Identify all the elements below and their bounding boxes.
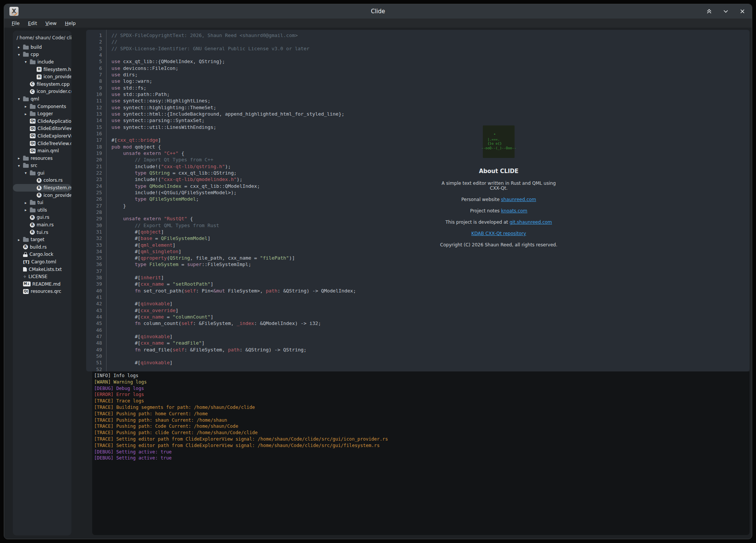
tree-item-tui[interactable]: ▸tui	[13, 199, 71, 206]
chevron-right-icon[interactable]: ▸	[17, 156, 21, 160]
tree-item-label: Cargo.toml	[31, 259, 56, 265]
tree-item-label: target	[31, 237, 45, 242]
chevron-right-icon[interactable]: ▸	[17, 238, 21, 242]
tree-item-gui[interactable]: ▾gui	[13, 169, 71, 177]
code-text: // SPDX-FileCopyrightText: 2026, Shaun R…	[106, 32, 298, 39]
file-tree[interactable]: ▸build▾cpp▾includeHfilesystem.hHicon_pro…	[13, 43, 71, 295]
chevron-down-icon[interactable]: ▾	[23, 171, 28, 175]
menu-help[interactable]: Help	[61, 20, 80, 27]
folder-icon	[30, 105, 36, 109]
chevron-down-icon[interactable]: ▾	[17, 53, 21, 57]
log-output-panel[interactable]: [INFO] Info logs[WARN] Warning logs[DEBU…	[92, 371, 750, 535]
line-number: 24	[86, 183, 106, 189]
tree-item-Cargo.lock[interactable]: Cargo.lock	[13, 251, 71, 258]
tree-item-build[interactable]: ▸build	[13, 43, 71, 51]
tree-item-ClideEditorView.qml[interactable]: QtClideEditorView.qml	[13, 125, 71, 133]
close-button[interactable]	[739, 8, 746, 15]
kdab-repo-link[interactable]: KDAB CXX-Qt repository	[472, 231, 526, 236]
chevron-right-icon[interactable]: ▸	[23, 104, 28, 108]
log-line-debug: [DEBUG] Setting active: true	[94, 449, 747, 455]
line-number: 19	[86, 150, 106, 156]
tree-item-include[interactable]: ▾include	[13, 58, 71, 66]
log-line-trace: [TRACE] Pushing path: shaun Current: /ho…	[94, 417, 747, 424]
tree-item-icon_provider.h[interactable]: Hicon_provider.h	[13, 73, 71, 80]
chevron-down-icon[interactable]: ▾	[17, 164, 21, 168]
tree-item-resources[interactable]: ▸resources	[13, 155, 71, 162]
tree-item-main.rs[interactable]: Rmain.rs	[13, 221, 71, 229]
line-number: 48	[86, 340, 106, 346]
code-text: // SPDX-License-Identifier: GNU General …	[106, 45, 309, 52]
code-text: // Import Qt Types from C++	[106, 156, 213, 163]
chevron-right-icon[interactable]: ▸	[23, 201, 28, 205]
tree-item-cpp[interactable]: ▾cpp	[13, 51, 71, 59]
chevron-right-icon[interactable]: ▸	[23, 208, 28, 212]
code-line-36: 36 type FileSystem = super::FileSystemIm…	[86, 261, 750, 268]
tree-item-Components[interactable]: ▸Components	[13, 103, 71, 110]
tree-item-ClideApplicationView.qml[interactable]: QtClideApplicationView.qml	[13, 118, 71, 125]
tree-item-filesystem.cpp[interactable]: Cfilesystem.cpp	[13, 80, 71, 88]
tree-item-filesystem.rs[interactable]: Rfilesystem.rs	[13, 184, 71, 192]
tree-item-label: icon_provider.h	[43, 74, 71, 79]
personal-website-link[interactable]: shaunreed.com	[501, 197, 536, 202]
line-number: 46	[86, 327, 106, 333]
tree-item-build.rs[interactable]: Rbuild.rs	[13, 243, 71, 251]
menu-view[interactable]: View	[42, 20, 60, 27]
tree-item-colors.rs[interactable]: Rcolors.rs	[13, 177, 71, 184]
chevron-right-icon[interactable]: ▸	[23, 112, 28, 116]
code-line-27: 27 }	[86, 203, 750, 209]
code-editor[interactable]: 1// SPDX-FileCopyrightText: 2026, Shaun …	[86, 30, 750, 371]
line-number: 34	[86, 248, 106, 255]
tree-item-label: ClideExplorerView.qml	[37, 133, 71, 139]
maximize-button[interactable]	[706, 8, 713, 15]
code-text: #[qinvokable]	[106, 333, 173, 340]
code-line-50: 50	[86, 353, 750, 359]
tree-item-filesystem.h[interactable]: Hfilesystem.h	[13, 66, 71, 73]
tree-item-LICENSE[interactable]: ✧LICENSE	[13, 273, 71, 280]
folder-icon	[30, 209, 36, 212]
rust-file-icon: R	[23, 244, 28, 249]
tree-item-ClideTreeView.qml[interactable]: QtClideTreeView.qml	[13, 140, 71, 147]
tree-item-resources.qrc[interactable]: Qtresources.qrc	[13, 288, 71, 295]
line-number: 22	[86, 170, 106, 176]
line-number: 32	[86, 235, 106, 241]
tree-item-utils[interactable]: ▸utils	[13, 206, 71, 214]
about-dev-row: This project is developed at git.shaunre…	[438, 220, 560, 225]
tree-item-icon_provider.rs[interactable]: Ricon_provider.rs	[13, 192, 71, 199]
tree-item-gui.rs[interactable]: Rgui.rs	[13, 214, 71, 221]
double-chevron-up-icon	[706, 8, 713, 15]
git-repo-link[interactable]: git.shaunreed.com	[510, 220, 552, 225]
cpp-file-icon: C	[30, 82, 35, 87]
minimize-button[interactable]	[722, 8, 729, 15]
tree-item-ClideExplorerView.qml[interactable]: QtClideExplorerView.qml	[13, 132, 71, 140]
log-line-debug: [DEBUG] Setting active: true	[94, 455, 747, 461]
menu-edit[interactable]: Edit	[24, 20, 41, 27]
tree-item-icon_provider.cpp[interactable]: Cicon_provider.cpp	[13, 88, 71, 96]
log-line-error: [ERROR] Error logs	[94, 391, 747, 398]
code-line-37: 37	[86, 268, 750, 274]
rust-file-icon: R	[30, 223, 35, 227]
tree-item-Logger[interactable]: ▸Logger	[13, 110, 71, 118]
tree-item-README.md[interactable]: M↓README.md	[13, 280, 71, 288]
tree-item-label: main.rs	[37, 222, 54, 227]
chevron-down-icon[interactable]: ▾	[23, 60, 28, 64]
chevron-right-icon[interactable]: ▸	[17, 45, 21, 49]
tree-item-tui.rs[interactable]: Rtui.rs	[13, 229, 71, 236]
code-line-24: 24 type QModelIndex = cxx_qt_lib::QModel…	[86, 183, 750, 189]
qt-file-icon: Qt	[30, 149, 36, 153]
project-notes-link[interactable]: knoats.com	[501, 208, 527, 213]
tree-item-src[interactable]: ▾src	[13, 162, 71, 170]
menu-file[interactable]: File	[8, 20, 23, 27]
code-text: #[cxx_qt::bridge]	[106, 137, 161, 143]
code-line-44: 44 #[cxx_name = "columnCount"]	[86, 314, 750, 320]
code-line-41: 41	[86, 294, 750, 300]
tree-item-main.qml[interactable]: Qtmain.qml	[13, 147, 71, 155]
tree-item-qml[interactable]: ▾qml	[13, 95, 71, 103]
code-line-3: 3// SPDX-License-Identifier: GNU General…	[86, 45, 750, 52]
tree-item-target[interactable]: ▸target	[13, 236, 71, 243]
rust-file-icon: R	[37, 193, 42, 198]
code-line-5: 5use cxx_qt_lib::{QModelIndex, QString};	[86, 58, 750, 65]
tree-item-CMakeLists.txt[interactable]: CMakeLists.txt	[13, 266, 71, 273]
tree-item-Cargo.toml[interactable]: [T]Cargo.toml	[13, 258, 71, 266]
line-number: 35	[86, 255, 106, 261]
chevron-down-icon[interactable]: ▾	[17, 97, 21, 101]
